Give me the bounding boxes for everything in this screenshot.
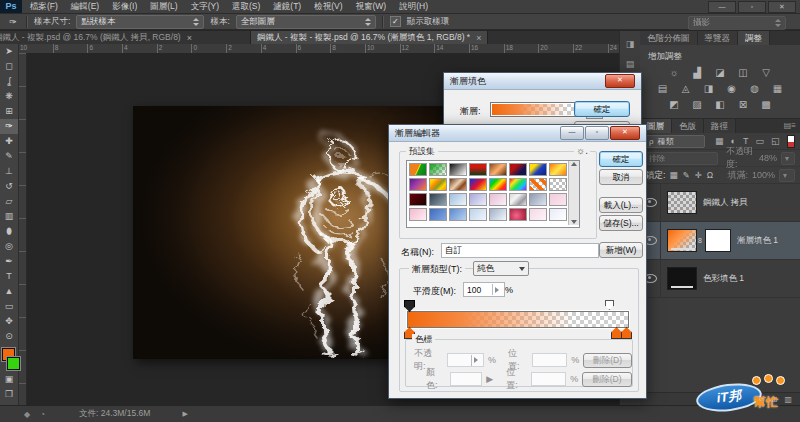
preset-8[interactable] <box>549 163 567 176</box>
preset-14[interactable] <box>509 178 527 191</box>
preset-4[interactable] <box>469 163 487 176</box>
preset-17[interactable] <box>409 193 427 206</box>
workspace-dropdown[interactable]: 攝影 <box>688 16 786 30</box>
panel-menu-icon[interactable]: ▤≡ <box>784 119 800 133</box>
shape-tool[interactable]: ▭ <box>0 299 18 314</box>
ok-button[interactable]: 確定 <box>574 101 630 117</box>
ok-button[interactable]: 確定 <box>599 151 643 167</box>
restore-button[interactable]: ▫ <box>585 126 609 140</box>
preset-11[interactable] <box>449 178 467 191</box>
close-button[interactable]: ✕ <box>768 1 796 13</box>
preset-22[interactable] <box>509 193 527 206</box>
menu-item[interactable]: 影像(I) <box>112 1 137 13</box>
preset-24[interactable] <box>549 193 567 206</box>
tab-色版[interactable]: 色版 <box>672 119 704 133</box>
dodge-tool[interactable]: ◎ <box>0 239 18 254</box>
stop-color-location-input[interactable] <box>531 372 567 386</box>
stop-color-swatch[interactable] <box>450 372 482 386</box>
layer-thumbnail[interactable] <box>667 191 697 214</box>
preset-31[interactable] <box>529 208 547 221</box>
preset-15[interactable] <box>529 178 547 191</box>
pen-tool[interactable]: ✒ <box>0 254 18 269</box>
eyedropper-tool[interactable]: ✑ <box>0 119 18 134</box>
cancel-button[interactable]: 取消 <box>599 169 643 185</box>
tab-色階分佈圖[interactable]: 色階分佈圖 <box>640 31 698 45</box>
dock-swatches-panel-icon[interactable]: ▤ <box>626 59 635 69</box>
photo-filter-icon[interactable]: ◉ <box>725 83 739 95</box>
hand-tool[interactable]: ✥ <box>0 314 18 329</box>
menu-item[interactable]: 文字(Y) <box>191 1 219 13</box>
layer-name[interactable]: 色彩填色 1 <box>703 273 744 285</box>
brush-tool[interactable]: ✎ <box>0 149 18 164</box>
crop-tool[interactable]: ⊞ <box>0 104 18 119</box>
filter-shape-layers-icon[interactable]: ▭ <box>755 136 764 146</box>
load-button[interactable]: 載入(L)... <box>599 197 643 213</box>
posterize-icon[interactable]: ▨ <box>690 99 704 111</box>
marquee-tool[interactable]: ◻ <box>0 59 18 74</box>
lasso-tool[interactable]: ʆ <box>0 74 18 89</box>
preset-20[interactable] <box>469 193 487 206</box>
minimize-button[interactable]: — <box>560 126 584 140</box>
mask-link-icon[interactable]: 8 <box>698 237 702 244</box>
preset-1[interactable] <box>409 163 427 176</box>
opacity-value[interactable]: 48% <box>759 153 777 163</box>
restore-button[interactable]: ▫ <box>738 1 766 13</box>
sample-size-dropdown[interactable]: 點狀樣本 <box>76 15 204 29</box>
hue-saturation-icon[interactable]: ▤ <box>656 83 670 95</box>
layer-thumbnail[interactable] <box>667 267 697 290</box>
close-button[interactable]: ✕ <box>610 126 640 140</box>
screen-mode-button[interactable]: ❐ <box>0 387 18 402</box>
tab-調整[interactable]: 調整 <box>738 31 770 45</box>
history-brush-tool[interactable]: ↺ <box>0 179 18 194</box>
filter-smart-objects-icon[interactable]: ◱ <box>771 136 780 146</box>
layer-mask-thumbnail[interactable] <box>705 229 731 252</box>
clone-stamp-tool[interactable]: ⊥ <box>0 164 18 179</box>
layer-row[interactable]: 色彩填色 1 <box>640 260 800 298</box>
gradient-map-icon[interactable]: ▩ <box>759 99 773 111</box>
menu-item[interactable]: 圖層(L) <box>150 1 177 13</box>
menu-item[interactable]: 編輯(E) <box>71 1 99 13</box>
minimize-button[interactable]: — <box>708 1 736 13</box>
preset-3[interactable] <box>449 163 467 176</box>
stop-location-input[interactable] <box>532 353 567 367</box>
zoom-tool[interactable]: ⊙ <box>0 329 18 344</box>
color-lookup-icon[interactable]: ▦ <box>771 83 785 95</box>
new-button[interactable]: 新增(W) <box>599 242 643 258</box>
channel-mixer-icon[interactable]: ◍ <box>748 83 762 95</box>
status-popup-arrow[interactable]: ▶ <box>182 410 187 418</box>
path-selection-tool[interactable]: ▲ <box>0 284 18 299</box>
fill-dropdown-arrow[interactable]: ▾ <box>779 169 795 182</box>
quick-mask-button[interactable]: ▣ <box>0 372 18 387</box>
gradient-edit-bar[interactable] <box>407 311 629 328</box>
filter-pixel-layers-icon[interactable]: ▦ <box>715 136 724 146</box>
preset-6[interactable] <box>509 163 527 176</box>
quick-selection-tool[interactable]: ❋ <box>0 89 18 104</box>
gradient-type-dropdown[interactable]: 純色 <box>473 261 529 276</box>
preset-28[interactable] <box>469 208 487 221</box>
preset-27[interactable] <box>449 208 467 221</box>
layer-name[interactable]: 鋼鐵人 拷貝 <box>703 197 748 209</box>
gradient-tool[interactable]: ▥ <box>0 209 18 224</box>
close-button[interactable]: ✕ <box>605 74 635 88</box>
tab-close-icon[interactable]: × <box>187 33 192 43</box>
menu-item[interactable]: 檢視(V) <box>314 1 342 13</box>
vibrance-icon[interactable]: ▽ <box>759 67 773 79</box>
lock-transparent-icon[interactable]: ▦ <box>670 170 678 180</box>
color-balance-icon[interactable]: ◬ <box>679 83 693 95</box>
type-tool[interactable]: T <box>0 269 18 284</box>
lock-pixels-icon[interactable]: ✎ <box>683 170 690 180</box>
preset-12[interactable] <box>469 178 487 191</box>
preset-9[interactable] <box>409 178 427 191</box>
smoothness-input[interactable]: 100 <box>463 282 505 297</box>
layer-thumbnail[interactable] <box>667 229 697 252</box>
preset-26[interactable] <box>429 208 447 221</box>
tab-路徑[interactable]: 路徑 <box>704 119 736 133</box>
filter-toggle[interactable] <box>787 135 795 148</box>
layer-row[interactable]: 鋼鐵人 拷貝 <box>640 184 800 222</box>
sample-dropdown[interactable]: 全部圖層 <box>236 15 376 29</box>
menu-item[interactable]: 檔案(F) <box>30 1 58 13</box>
selective-color-icon[interactable]: ⊠ <box>736 99 750 111</box>
gradient-editor-titlebar[interactable]: 漸層編輯器 —▫✕ <box>389 125 646 142</box>
document-tab[interactable]: 鋼鐵人 - 複製 - 複製.psd @ 16.7% (漸層填色 1, RGB/8… <box>251 31 488 44</box>
preset-32[interactable] <box>549 208 567 221</box>
